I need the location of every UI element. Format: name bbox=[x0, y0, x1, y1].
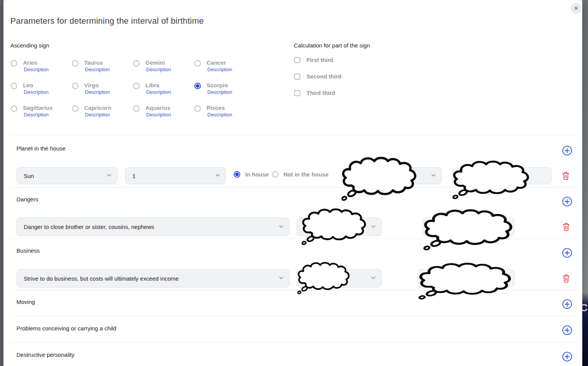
sign-option-scorpio[interactable]: Scorpio Description bbox=[194, 82, 252, 95]
dangers-select[interactable]: Danger to close brother or sister, cousi… bbox=[16, 217, 290, 236]
backdrop-right-strip: C bbox=[582, 0, 588, 366]
checkbox-label: Second third bbox=[306, 73, 342, 80]
section-title-planet: Planet in the house bbox=[16, 145, 65, 152]
checkbox-second-third[interactable]: Second third bbox=[294, 73, 342, 80]
divider bbox=[10, 342, 578, 343]
add-planet-row-button[interactable] bbox=[562, 145, 572, 156]
not-in-house-label: Not in the house bbox=[283, 171, 329, 178]
sign-description-link[interactable]: Description bbox=[207, 112, 232, 118]
divider bbox=[10, 290, 578, 290]
radio-icon[interactable] bbox=[272, 171, 279, 178]
sign-name: Sagittarius bbox=[23, 105, 53, 111]
sign-option-sagittarius[interactable]: Sagittarius Description bbox=[11, 105, 69, 118]
radio-icon[interactable] bbox=[133, 105, 140, 112]
dangers-extra-input[interactable] bbox=[423, 217, 515, 236]
radio-icon[interactable] bbox=[72, 60, 78, 67]
backdrop-left-strip bbox=[0, 0, 3, 366]
sign-name: Aries bbox=[23, 59, 49, 66]
business-extra-input[interactable] bbox=[417, 269, 515, 288]
sign-name: Leo bbox=[23, 82, 49, 88]
sign-option-pisces[interactable]: Pisces Description bbox=[194, 105, 252, 118]
house-number-select[interactable]: 1 bbox=[125, 167, 226, 184]
section-title-business: Business bbox=[16, 247, 40, 254]
radio-icon[interactable] bbox=[133, 83, 140, 89]
radio-icon[interactable] bbox=[72, 83, 78, 89]
delete-dangers-row-button[interactable] bbox=[562, 222, 570, 231]
dangers-select-value: Danger to close brother or sister, cousi… bbox=[24, 224, 154, 230]
add-dangers-row-button[interactable] bbox=[562, 196, 572, 207]
checkbox-icon[interactable] bbox=[294, 74, 300, 80]
sign-name: Libra bbox=[145, 82, 171, 88]
sign-name: Gemini bbox=[145, 59, 171, 66]
in-house-label: In house bbox=[245, 171, 269, 178]
chevron-down-icon bbox=[278, 275, 284, 282]
sign-description-link[interactable]: Description bbox=[207, 89, 232, 95]
dialog-title: Parameters for determining the interval … bbox=[10, 16, 204, 26]
dangers-extra-select[interactable] bbox=[296, 217, 382, 236]
sign-description-link[interactable]: Description bbox=[24, 89, 49, 95]
chevron-down-icon bbox=[278, 223, 284, 230]
sign-option-libra[interactable]: Libra Description bbox=[133, 82, 191, 95]
add-business-row-button[interactable] bbox=[562, 248, 572, 258]
business-extra-select[interactable] bbox=[296, 269, 382, 288]
chevron-down-icon bbox=[370, 275, 376, 282]
radio-selected-icon[interactable] bbox=[194, 83, 201, 89]
add-child-problems-row-button[interactable] bbox=[562, 325, 572, 335]
planet-select-value: Sun bbox=[24, 173, 34, 179]
sign-description-link[interactable]: Description bbox=[85, 89, 110, 95]
sign-option-gemini[interactable]: Gemini Description bbox=[133, 59, 191, 73]
radio-icon[interactable] bbox=[11, 83, 17, 89]
chevron-down-icon bbox=[215, 172, 221, 180]
radio-icon[interactable] bbox=[194, 60, 201, 67]
checkbox-first-third[interactable]: First third bbox=[294, 57, 333, 63]
planet-select[interactable]: Sun bbox=[16, 167, 117, 184]
checkbox-third-third[interactable]: Third third bbox=[294, 90, 335, 96]
business-select-value: Strive to do business, but costs will ul… bbox=[24, 275, 179, 282]
sign-option-aquarius[interactable]: Aquarius Description bbox=[133, 105, 191, 118]
sign-description-link[interactable]: Description bbox=[24, 67, 49, 73]
sign-option-aries[interactable]: Aries Description bbox=[11, 59, 69, 73]
section-title-moving: Moving bbox=[16, 299, 35, 305]
checkbox-icon[interactable] bbox=[294, 57, 300, 63]
section-title-dangers: Dangers bbox=[16, 196, 38, 203]
close-icon[interactable]: ✕ bbox=[571, 3, 581, 14]
sign-option-leo[interactable]: Leo Description bbox=[11, 82, 69, 95]
delete-business-row-button[interactable] bbox=[562, 274, 570, 283]
in-house-radio[interactable]: In house bbox=[234, 171, 269, 178]
sign-description-link[interactable]: Description bbox=[24, 112, 49, 118]
sign-description-link[interactable]: Description bbox=[85, 112, 110, 118]
not-in-house-radio[interactable]: Not in the house bbox=[272, 171, 329, 178]
radio-icon[interactable] bbox=[72, 105, 78, 112]
chevron-down-icon bbox=[370, 223, 376, 230]
sign-option-capricorn[interactable]: Capricorn Description bbox=[72, 105, 130, 118]
sign-description-link[interactable]: Description bbox=[146, 112, 171, 118]
radio-icon[interactable] bbox=[194, 105, 201, 112]
sign-option-virgo[interactable]: Virgo Description bbox=[72, 82, 130, 95]
sign-description-link[interactable]: Description bbox=[207, 67, 232, 73]
divider bbox=[10, 187, 578, 188]
checkbox-label: Third third bbox=[306, 90, 335, 96]
sign-description-link[interactable]: Description bbox=[85, 67, 110, 73]
business-select[interactable]: Strive to do business, but costs will ul… bbox=[16, 269, 290, 288]
sign-option-cancer[interactable]: Cancer Description bbox=[194, 59, 252, 73]
planet-extra-select[interactable] bbox=[346, 167, 442, 184]
checkbox-icon[interactable] bbox=[294, 90, 300, 96]
sign-description-link[interactable]: Description bbox=[146, 89, 171, 95]
chevron-down-icon bbox=[430, 172, 437, 180]
calculation-label: Calculation for part of the sign bbox=[294, 42, 370, 49]
divider bbox=[10, 316, 578, 317]
radio-icon[interactable] bbox=[133, 60, 140, 67]
screen: C ✕ Parameters for determining the inter… bbox=[0, 0, 588, 366]
add-destructive-row-button[interactable] bbox=[562, 351, 572, 362]
sign-name: Taurus bbox=[84, 59, 110, 66]
sign-description-link[interactable]: Description bbox=[146, 67, 171, 73]
ascending-sign-label: Ascending sign bbox=[10, 42, 49, 49]
delete-planet-row-button[interactable] bbox=[562, 171, 570, 180]
radio-selected-icon[interactable] bbox=[234, 171, 240, 178]
radio-icon[interactable] bbox=[11, 105, 17, 112]
planet-extra-input[interactable] bbox=[452, 167, 552, 184]
add-moving-row-button[interactable] bbox=[562, 299, 572, 309]
sign-option-taurus[interactable]: Taurus Description bbox=[72, 59, 130, 73]
radio-icon[interactable] bbox=[11, 60, 17, 67]
sign-name: Virgo bbox=[84, 82, 110, 88]
